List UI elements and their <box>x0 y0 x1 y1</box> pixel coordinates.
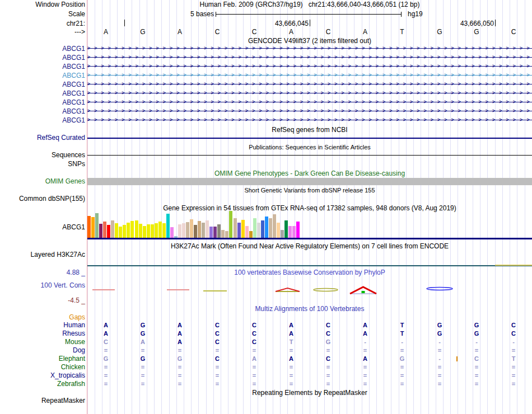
gtex-tissue-bar[interactable] <box>277 223 280 238</box>
gtex-tissue-bar[interactable] <box>194 225 197 238</box>
multiz-species-label[interactable]: Zebrafish <box>57 380 85 388</box>
omim-genes-label[interactable]: OMIM Genes <box>45 178 85 185</box>
gtex-tissue-bar[interactable] <box>213 227 217 238</box>
multiz-species-label[interactable]: Elephant <box>59 355 85 363</box>
gencode-gene-label[interactable]: ABCG1 <box>62 108 85 115</box>
refseq-gene-line[interactable] <box>87 138 532 139</box>
gencode-gene-label[interactable]: ABCG1 <box>62 99 85 106</box>
dbsnp-track-title[interactable]: Short Genetic Variants from dbSNP releas… <box>87 187 532 194</box>
gtex-tissue-bar[interactable] <box>103 222 106 238</box>
gtex-tissue-bar[interactable] <box>265 217 268 238</box>
multiz-species-label[interactable]: Mouse <box>65 338 85 346</box>
multiz-species-label[interactable]: X_tropicalis <box>50 372 85 379</box>
gtex-tissue-bar[interactable] <box>99 224 102 238</box>
multiz-species-label[interactable]: Human <box>63 322 85 329</box>
gencode-gene-row[interactable]: >>>>>>>>>>>>>>>>>>>>>>>>>>>>>>>>>>>>>>>>… <box>87 109 532 114</box>
omim-gene-bar[interactable] <box>87 178 532 185</box>
gtex-tissue-bar[interactable] <box>284 220 288 238</box>
gtex-tissue-bar[interactable] <box>115 223 118 238</box>
gtex-tissue-bar[interactable] <box>178 224 181 238</box>
gtex-tissue-bar[interactable] <box>229 211 232 238</box>
gtex-track-title[interactable]: Gene Expression in 54 tissues from GTEx … <box>87 205 532 212</box>
gtex-tissue-bar[interactable] <box>155 223 158 238</box>
gencode-gene-row[interactable]: >>>>>>>>>>>>>>>>>>>>>>>>>>>>>>>>>>>>>>>>… <box>87 46 532 51</box>
gtex-tissue-bar[interactable] <box>135 220 138 238</box>
gtex-tissue-bar[interactable] <box>151 224 154 238</box>
snps-label[interactable]: SNPs <box>68 161 85 168</box>
gtex-tissue-bar[interactable] <box>253 218 256 238</box>
h3k27ac-track-title[interactable]: H3K27Ac Mark (Often Found Near Active Re… <box>87 243 532 250</box>
gtex-tissue-bar[interactable] <box>107 225 110 238</box>
gtex-tissue-bar[interactable] <box>281 230 284 238</box>
gtex-tissue-bar[interactable] <box>261 220 264 238</box>
gtex-tissue-bar[interactable] <box>127 223 130 238</box>
gtex-tissue-bar[interactable] <box>158 222 162 238</box>
publications-line[interactable] <box>87 155 532 156</box>
multiz-track-title[interactable]: Multiz Alignments of 100 Vertebrates <box>87 305 532 313</box>
gtex-tissue-bar[interactable] <box>130 221 134 238</box>
gencode-gene-label[interactable]: ABCG1 <box>62 45 85 53</box>
gtex-tissue-bar[interactable] <box>182 223 185 238</box>
sequences-label[interactable]: Sequences <box>52 152 85 159</box>
repeatmasker-label[interactable]: RepeatMasker <box>41 397 85 404</box>
gencode-gene-label[interactable]: ABCG1 <box>62 72 85 79</box>
gtex-tissue-bar[interactable] <box>209 227 213 238</box>
gtex-tissue-bar[interactable] <box>249 231 253 238</box>
multiz-species-label[interactable]: Chicken <box>61 364 85 371</box>
refseq-curated-label[interactable]: RefSeq Curated <box>37 134 85 142</box>
gtex-tissue-bar[interactable] <box>296 222 300 238</box>
gencode-gene-label[interactable]: ABCG1 <box>62 81 85 88</box>
multiz-species-label[interactable]: Rhesus <box>62 330 85 337</box>
gencode-gene-label[interactable]: ABCG1 <box>62 117 85 124</box>
multiz-gaps-label[interactable]: Gaps <box>69 314 85 321</box>
common-dbsnp-label[interactable]: Common dbSNP(155) <box>19 195 85 203</box>
gtex-tissue-bar[interactable] <box>123 225 126 238</box>
gtex-tissue-bar[interactable] <box>217 224 221 238</box>
gtex-tissue-bar[interactable] <box>245 226 249 238</box>
gtex-tissue-bar[interactable] <box>87 216 91 238</box>
gtex-tissue-bar[interactable] <box>170 227 174 238</box>
gtex-tissue-bar[interactable] <box>166 214 170 238</box>
gencode-gene-row[interactable]: >>>>>>>>>>>>>>>>>>>>>>>>>>>>>>>>>>>>>>>>… <box>87 117 532 123</box>
gtex-tissue-bar[interactable] <box>288 226 292 238</box>
gencode-gene-row[interactable]: >>>>>>>>>>>>>>>>>>>>>>>>>>>>>>>>>>>>>>>>… <box>87 82 532 87</box>
multiz-species-label[interactable]: Dog <box>73 347 85 354</box>
publications-track-title[interactable]: Publications: Sequences in Scientific Ar… <box>87 144 532 151</box>
gencode-gene-row[interactable]: >>>>>>>>>>>>>>>>>>>>>>>>>>>>>>>>>>>>>>>>… <box>87 100 532 105</box>
gtex-gene-label[interactable]: ABCG1 <box>62 224 85 231</box>
layered-h3k27ac-label[interactable]: Layered H3K27Ac <box>31 251 85 258</box>
gencode-gene-row[interactable]: >>>>>>>>>>>>>>>>>>>>>>>>>>>>>>>>>>>>>>>>… <box>87 64 532 69</box>
gtex-tissue-bar[interactable] <box>273 214 276 238</box>
gtex-tissue-bar[interactable] <box>91 217 95 238</box>
gtex-tissue-bar[interactable] <box>221 230 225 238</box>
gtex-tissue-bar[interactable] <box>139 224 142 238</box>
gtex-tissue-bar[interactable] <box>119 227 122 238</box>
refseq-track-title[interactable]: RefSeq genes from NCBI <box>87 126 532 134</box>
gtex-tissue-bar[interactable] <box>111 220 114 238</box>
gtex-tissue-bar[interactable] <box>206 220 209 238</box>
omim-track-title[interactable]: OMIM Gene Phenotypes - Dark Green Can Be… <box>87 170 532 177</box>
gtex-tissue-bar[interactable] <box>95 213 99 238</box>
gtex-tissue-bar[interactable] <box>198 221 201 238</box>
gencode-track-title[interactable]: GENCODE V49lift37 (2 items filtered out) <box>87 37 532 45</box>
gtex-tissue-bar[interactable] <box>143 226 146 238</box>
gtex-tissue-bar[interactable] <box>269 218 272 238</box>
gencode-gene-label[interactable]: ABCG1 <box>62 90 85 97</box>
gtex-tissue-bar[interactable] <box>234 218 237 238</box>
conservation-track-label[interactable]: 100 Vert. Cons <box>41 282 85 289</box>
gencode-gene-row[interactable]: >>>>>>>>>>>>>>>>>>>>>>>>>>>>>>>>>>>>>>>>… <box>87 55 532 60</box>
gtex-tissue-bar[interactable] <box>292 226 296 238</box>
repeatmasker-track-title[interactable]: Repeating Elements by RepeatMasker <box>87 389 532 397</box>
gencode-gene-row[interactable]: >>>>>>>>>>>>>>>>>>>>>>>>>>>>>>>>>>>>>>>>… <box>87 73 532 78</box>
gtex-tissue-bar[interactable] <box>225 231 228 238</box>
conservation-track-title[interactable]: 100 vertebrates Basewise Conservation by… <box>87 269 532 276</box>
gtex-tissue-bar[interactable] <box>190 219 193 238</box>
gencode-gene-label[interactable]: ABCG1 <box>62 54 85 62</box>
gtex-tissue-bar[interactable] <box>162 223 166 238</box>
gencode-gene-label[interactable]: ABCG1 <box>62 63 85 70</box>
gencode-gene-row[interactable]: >>>>>>>>>>>>>>>>>>>>>>>>>>>>>>>>>>>>>>>>… <box>87 91 532 96</box>
gtex-tissue-bar[interactable] <box>257 223 260 238</box>
gtex-tissue-bar[interactable] <box>241 220 245 238</box>
gtex-tissue-bar[interactable] <box>147 224 150 238</box>
gtex-tissue-bar[interactable] <box>202 223 205 238</box>
